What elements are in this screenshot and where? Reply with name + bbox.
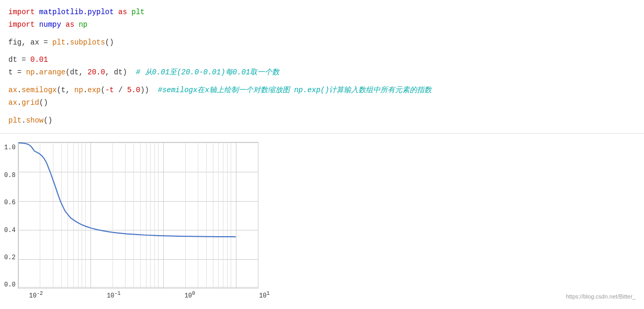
y-label-0.6: 0.6 xyxy=(4,199,16,206)
y-label-0.2: 0.2 xyxy=(4,254,16,261)
code-block: import matplotlib.pyplot as plt import n… xyxy=(0,0,644,134)
code-line-4: dt = 0.01 xyxy=(8,54,636,67)
exp-curve xyxy=(18,143,235,237)
x-label-1e-2: 10-2 xyxy=(29,291,43,300)
code-line-2: import numpy as np xyxy=(8,19,636,31)
y-label-0.0: 0.0 xyxy=(4,281,16,289)
code-line-3: fig, ax = plt.subplots() xyxy=(8,37,636,49)
code-line-5: t = np.arange(dt, 20.0, dt) # 从0.01至(20.… xyxy=(8,67,636,79)
x-label-1e1: 101 xyxy=(259,291,269,300)
watermark: https://blog.csdn.net/Bitter_ xyxy=(566,293,636,300)
curve-svg xyxy=(18,142,258,288)
alias-plt: plt xyxy=(131,8,144,16)
y-label-1.0: 1.0 xyxy=(4,144,16,151)
y-label-0.4: 0.4 xyxy=(4,227,16,234)
keyword-import: import xyxy=(8,8,35,16)
module-matplotlib: matplotlib.pyplot xyxy=(39,8,114,16)
code-line-8: plt.show() xyxy=(8,115,636,127)
keyword-as2: as xyxy=(65,20,74,29)
alias-np: np xyxy=(78,20,87,29)
keyword-as: as xyxy=(118,8,127,16)
y-label-0.8: 0.8 xyxy=(4,172,16,179)
chart-container: 1.0 0.8 0.6 0.4 0.2 0.0 xyxy=(4,142,636,300)
module-numpy: numpy xyxy=(39,20,61,29)
x-axis-labels: 10-2 10-1 100 101 xyxy=(29,289,270,300)
code-line-6: ax.semilogx(t, np.exp(-t / 5.0)) #semilo… xyxy=(8,84,636,97)
x-label-1e-1: 10-1 xyxy=(107,291,120,300)
code-line-7: ax.grid() xyxy=(8,97,636,109)
x-label-1e0: 100 xyxy=(185,291,195,300)
chart-section: 1.0 0.8 0.6 0.4 0.2 0.0 xyxy=(0,134,644,308)
keyword-import2: import xyxy=(8,20,35,29)
chart-plot-area xyxy=(18,142,258,289)
y-axis-labels: 1.0 0.8 0.6 0.4 0.2 0.0 xyxy=(4,142,16,289)
code-line-1: import matplotlib.pyplot as plt xyxy=(8,6,636,19)
